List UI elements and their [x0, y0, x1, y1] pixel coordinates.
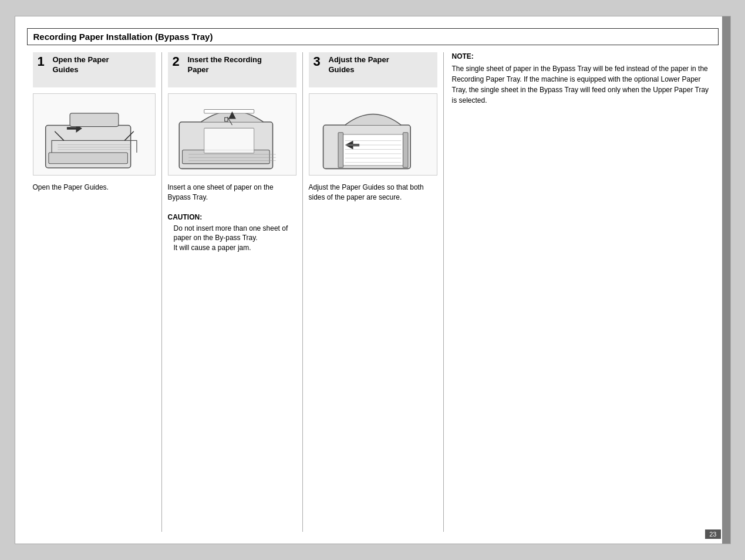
svg-rect-1 [48, 153, 127, 164]
step-3-header: 3 Adjust the PaperGuides [309, 52, 437, 87]
step-2-desc: Insert a one sheet of paper on the Bypas… [168, 183, 296, 203]
step-1-column: 1 Open the PaperGuides [27, 52, 162, 532]
content-area: 1 Open the PaperGuides [27, 52, 719, 532]
step-1-header: 1 Open the PaperGuides [33, 52, 156, 87]
step-1-svg [33, 94, 155, 175]
page: Recording Paper Installation (Bypass Tra… [15, 16, 731, 544]
svg-rect-4 [70, 113, 119, 127]
page-number: 23 [705, 529, 720, 539]
svg-rect-11 [204, 128, 254, 153]
step-2-svg [168, 94, 296, 175]
step-2-column: 2 Insert the RecordingPaper [162, 52, 303, 532]
step-1-image [33, 93, 156, 176]
note-title: NOTE: [452, 52, 713, 60]
note-text: The single sheet of paper in the Bypass … [452, 63, 713, 106]
svg-rect-17 [342, 134, 404, 166]
svg-rect-19 [403, 133, 407, 167]
step-2-title: Insert the RecordingPaper [188, 55, 262, 75]
note-column: NOTE: The single sheet of paper in the B… [444, 52, 719, 532]
step-3-image [309, 93, 437, 176]
page-title: Recording Paper Installation (Bypass Tra… [27, 28, 719, 45]
step-1-number: 1 [38, 55, 49, 68]
step-2-image [168, 93, 296, 176]
step-2-caution-text: Do not insert more than one sheet of pap… [174, 224, 296, 253]
step-3-title: Adjust the PaperGuides [329, 55, 389, 75]
step-1-desc: Open the Paper Guides. [33, 183, 156, 193]
step-2-number: 2 [173, 55, 184, 68]
step-1-title: Open the PaperGuides [53, 55, 109, 75]
step-2-header: 2 Insert the RecordingPaper [168, 52, 296, 87]
step-3-svg [309, 94, 437, 175]
step-3-desc: Adjust the Paper Guides so that both sid… [309, 183, 437, 203]
sidebar-bar [722, 16, 730, 544]
step-3-number: 3 [313, 55, 325, 68]
svg-rect-10 [204, 110, 254, 113]
step-3-column: 3 Adjust the PaperGuides [303, 52, 444, 532]
svg-rect-18 [338, 133, 343, 167]
step-2-caution-title: CAUTION: [168, 213, 296, 221]
